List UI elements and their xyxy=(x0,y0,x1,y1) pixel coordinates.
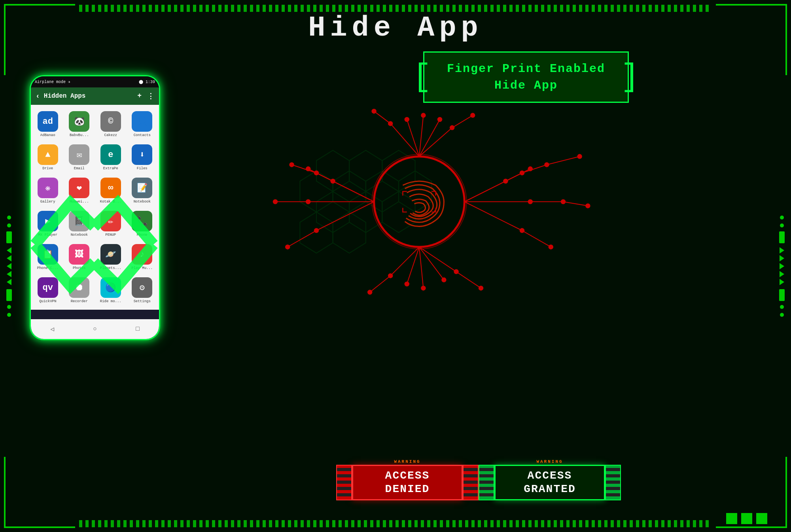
app-icon: ✏ xyxy=(100,211,121,231)
svg-point-12 xyxy=(374,157,465,247)
back-nav-button[interactable]: ◁ xyxy=(47,324,57,334)
app-label: Drive xyxy=(42,167,53,170)
app-item[interactable]: ♪Play Mu... xyxy=(127,241,158,273)
app-label: Recorder xyxy=(71,299,88,303)
app-item[interactable]: 👤Contacts xyxy=(127,108,158,140)
svg-line-70 xyxy=(308,169,333,181)
svg-line-54 xyxy=(522,231,551,247)
app-label: Planets... xyxy=(100,266,121,270)
status-left: Airplane mode ✈ xyxy=(35,80,70,84)
svg-point-37 xyxy=(290,163,293,167)
phone-screen-container: Airplane mode ✈ ⬤ 1:39 ‹ Hidden Apps + ⋮… xyxy=(30,75,160,340)
svg-point-27 xyxy=(471,113,475,117)
app-item[interactable]: ▶MX Player xyxy=(32,208,63,240)
app-icon: e xyxy=(100,144,121,165)
svg-point-13 xyxy=(372,154,466,249)
app-icon: ▶ xyxy=(38,211,58,231)
app-icon: ⚙ xyxy=(132,277,152,298)
app-item[interactable]: ⬇Files xyxy=(127,141,158,174)
app-label: Kotak B... xyxy=(100,200,121,204)
side-left-decoration xyxy=(6,79,13,453)
app-item[interactable]: ✉Email xyxy=(64,141,95,174)
app-label: Phone xyxy=(137,233,148,237)
app-icon: 📓 xyxy=(69,211,89,231)
svg-line-22 xyxy=(419,128,452,157)
app-label: BabvBu... xyxy=(70,133,89,137)
access-panels-container: WARNING ACCESS DENIED WARNING xyxy=(186,465,771,500)
app-item[interactable]: 🖼Photos xyxy=(64,241,95,273)
svg-point-75 xyxy=(368,290,372,294)
app-icon: © xyxy=(100,111,121,132)
svg-point-71 xyxy=(306,167,310,171)
svg-point-21 xyxy=(438,117,442,121)
app-item[interactable]: qvQuickVPN xyxy=(32,274,63,307)
bottom-square-2 xyxy=(741,513,752,524)
svg-line-14 xyxy=(390,123,419,156)
app-header-title: Hidden Apps xyxy=(44,93,133,100)
app-icon: ∞ xyxy=(100,178,121,198)
app-item[interactable]: 📝Notebook xyxy=(127,174,158,207)
app-item[interactable]: 🐼BabvBu... xyxy=(64,108,95,140)
app-item[interactable]: eExtraPe xyxy=(95,141,126,174)
fp-title-text: Finger Print Enabled Hide App xyxy=(436,61,616,94)
svg-point-63 xyxy=(405,282,409,286)
svg-point-25 xyxy=(372,109,376,113)
app-label: AdBanao xyxy=(40,133,55,137)
app-item[interactable]: ⏺Recorder xyxy=(64,274,95,307)
menu-button[interactable]: ⋮ xyxy=(147,92,154,100)
app-item[interactable]: ⚙Settings xyxy=(127,274,158,307)
svg-point-23 xyxy=(450,126,454,130)
app-item[interactable]: ✏PENUP xyxy=(95,208,126,240)
app-item[interactable]: 🪐Planets... xyxy=(95,241,126,273)
bottom-square-3 xyxy=(756,513,767,524)
add-button[interactable]: + xyxy=(137,92,142,100)
app-item[interactable]: 📋Phone C... xyxy=(32,241,63,273)
access-denied-text: ACCESS DENIED xyxy=(385,469,430,496)
svg-line-60 xyxy=(390,247,419,276)
svg-line-56 xyxy=(563,202,588,206)
app-item[interactable]: 🔵Ride mo... xyxy=(95,274,126,307)
app-label: Phone C... xyxy=(37,266,59,270)
app-label: Settings xyxy=(134,299,151,303)
recent-nav-button[interactable]: □ xyxy=(133,324,142,334)
home-nav-button[interactable]: ○ xyxy=(90,324,100,334)
app-item[interactable]: ∞Kotak B... xyxy=(95,174,126,207)
bottom-square-1 xyxy=(726,513,737,524)
svg-line-26 xyxy=(452,115,473,128)
phone-mockup: Airplane mode ✈ ⬤ 1:39 ‹ Hidden Apps + ⋮… xyxy=(24,55,166,490)
app-icon: ✉ xyxy=(69,144,89,165)
svg-line-62 xyxy=(407,247,419,284)
svg-point-17 xyxy=(405,117,409,121)
app-icon: 📋 xyxy=(38,244,58,265)
app-icon: 🪐 xyxy=(100,244,121,265)
svg-point-59 xyxy=(577,154,581,158)
app-icon: ad xyxy=(38,111,58,132)
app-icon: ❤ xyxy=(69,178,89,198)
app-label: Huawei... xyxy=(70,200,89,204)
svg-point-73 xyxy=(528,167,532,171)
app-icon: 🖼 xyxy=(69,244,89,265)
status-right: ⬤ 1:39 xyxy=(139,80,155,84)
app-item[interactable]: adAdBanao xyxy=(32,108,63,140)
app-item[interactable]: ©Cakezz xyxy=(95,108,126,140)
svg-line-68 xyxy=(419,247,456,271)
top-strip-decoration xyxy=(79,5,712,12)
app-label: Email xyxy=(74,167,85,170)
access-granted-warning: WARNING xyxy=(536,459,563,464)
fp-title-box: Finger Print Enabled Hide App xyxy=(423,51,629,103)
app-icon: 📞 xyxy=(132,211,152,231)
app-item[interactable]: ▲Drive xyxy=(32,141,63,174)
app-label: MX Player xyxy=(38,233,57,237)
app-item[interactable]: 📓Notebook xyxy=(64,208,95,240)
app-label: Notebook xyxy=(71,233,88,237)
page-title: Hide App xyxy=(0,12,791,44)
app-item[interactable]: ❋Gallery xyxy=(32,174,63,207)
access-granted-text: ACCESS GRANTED xyxy=(524,469,576,496)
app-item[interactable]: ❤Huawei... xyxy=(64,174,95,207)
fp-title-container: Finger Print Enabled Hide App xyxy=(415,51,637,103)
app-item[interactable]: 📞Phone xyxy=(127,208,158,240)
app-label: Play Mu... xyxy=(131,266,153,270)
access-denied-panel: WARNING ACCESS DENIED xyxy=(348,465,467,500)
back-button[interactable]: ‹ xyxy=(36,92,40,100)
svg-point-55 xyxy=(549,245,553,249)
